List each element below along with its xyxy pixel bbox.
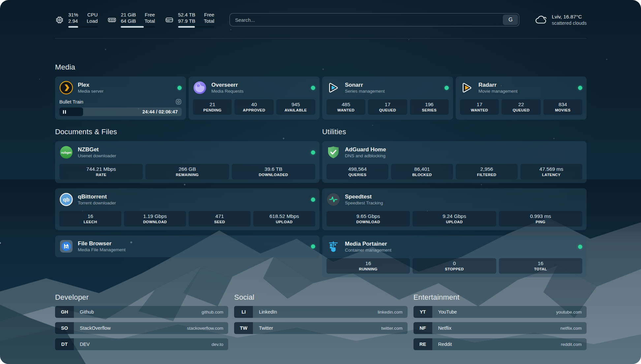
adguard-subtitle: DNS and adblocking [345,153,386,159]
utilities-column: Utilities AdGuard Home DNS and adblockin… [322,128,587,277]
portainer-status-dot [578,245,582,249]
nzbget-title: NZBGet [78,146,116,153]
weather-location-temp: Lviv, 16.87°C [552,14,587,20]
bookmark-name: LinkedIn [253,306,277,318]
stat-remaining: 266 GBREMAINING [145,164,229,179]
bookmark-url: stackoverflow.com [187,322,228,334]
cpu-progress-bar [68,26,98,28]
filebrowser-title: File Browser [78,240,126,247]
bookmark-dev[interactable]: DT DEV dev.to [55,338,228,350]
topbar-divider [55,38,587,39]
dashboard-content: 31% CPU 2.94 Load 21 GiB Free 64 GiB [0,0,641,364]
bookmark-linkedin[interactable]: LI LinkedIn linkedin.com [234,306,407,318]
bookmark-netflix[interactable]: NF Netflix netflix.com [413,322,587,334]
bookmark-name: Netflix [432,322,451,334]
search-bar[interactable]: G [229,13,520,26]
stat-seed: 471SEED [189,211,251,227]
disk-icon [165,15,174,24]
sonarr-title: Sonarr [345,81,385,88]
portainer-header: Media Portainer Container management [326,239,582,254]
service-card-qbittorrent[interactable]: qb qBittorrent Torrent downloader 16LEEC… [55,188,320,230]
stat-rate: 744.21 MbpsRATE [59,164,143,179]
sonarr-header: Sonarr Series management [326,80,449,95]
stat-pending: 21PENDING [193,99,232,115]
qbittorrent-icon: qb [59,193,73,206]
nzbget-header: nzbget NZBGet Usenet downloader [59,145,315,160]
disk-free-label: Free [204,12,214,18]
service-card-plex[interactable]: Plex Media server Bullet Train [55,76,186,120]
speedtest-title: Speedtest [345,193,383,200]
qbittorrent-subtitle: Torrent downloader [78,200,116,206]
bookmark-stackoverflow[interactable]: SO StackOverflow stackoverflow.com [55,322,228,334]
bookmark-url: linkedin.com [378,306,408,318]
bookmark-abbr: YT [413,306,432,318]
plex-header: Plex Media server [59,80,182,95]
bookmark-youtube[interactable]: YT YouTube youtube.com [413,306,587,318]
bookmark-twitter[interactable]: TW Twitter twitter.com [234,322,407,334]
qbittorrent-status-dot [311,197,315,202]
memory-icon [107,15,116,24]
overseerr-header: Overseerr Media Requests [193,80,315,95]
overseerr-title: Overseerr [211,81,244,88]
bookmark-abbr: TW [234,322,253,334]
bookmark-github[interactable]: GH Github github.com [55,306,228,318]
resource-widgets: 31% CPU 2.94 Load 21 GiB Free 64 GiB [55,12,214,28]
stat-download: 1.19 GbpsDOWNLOAD [124,211,186,227]
speedtest-stats: 9.65 GbpsDOWNLOAD 9.24 GbpsUPLOAD 0.993 … [326,211,582,227]
overseerr-icon [193,81,207,95]
disk-progress-bar [178,26,214,28]
memory-free-value: 21 GiB [121,12,136,18]
section-title-social: Social [234,293,407,302]
bookmark-url: github.com [201,306,228,318]
bookmarks-social: Social LI LinkedIn linkedin.com TW Twitt… [234,293,407,354]
memory-widget: 21 GiB Free 64 GiB Total [107,12,155,28]
speedtest-subtitle: Speedtest Tracking [345,200,383,206]
portainer-icon [326,240,340,254]
search-provider-button[interactable]: G [503,15,518,25]
nzbget-icon: nzbget [59,145,73,159]
bookmark-url: youtube.com [556,306,587,318]
service-card-portainer[interactable]: Media Portainer Container management 16R… [322,235,587,277]
bookmark-reddit[interactable]: RE Reddit reddit.com [413,338,587,350]
bookmark-abbr: DT [55,338,74,350]
stat-approved: 40APPROVED [234,99,273,115]
bookmark-abbr: RE [413,338,432,350]
radarr-title: Radarr [478,81,518,88]
overseerr-status-dot [311,86,315,90]
service-card-adguard[interactable]: AdGuard Home DNS and adblocking 498,564Q… [322,141,587,183]
bookmark-url: reddit.com [561,338,587,350]
memory-total-label: Total [144,18,155,24]
service-card-speedtest[interactable]: Speedtest Speedtest Tracking 9.65 GbpsDO… [322,188,587,230]
service-card-filebrowser[interactable]: File Browser Media File Management [55,235,320,257]
service-card-sonarr[interactable]: Sonarr Series management 485WANTED 17QUE… [322,76,453,120]
bookmark-url: netflix.com [560,322,587,334]
overseerr-stats: 21PENDING 40APPROVED 945AVAILABLE [193,99,315,115]
bookmark-name: Github [74,306,94,318]
stat-queued: 17QUEUED [368,99,407,115]
radarr-status-dot [578,86,582,90]
radarr-header: Radarr Movie management [460,80,582,95]
bookmark-name: DEV [74,338,90,350]
section-title-entertainment: Entertainment [413,293,587,302]
stat-downloaded: 39.6 TBDOWNLOADED [232,164,315,179]
filebrowser-subtitle: Media File Management [78,247,126,253]
cpu-label: CPU [87,12,98,18]
service-card-nzbget[interactable]: nzbget NZBGet Usenet downloader 744.21 M… [55,141,320,183]
playback-time: 24:44 / 02:06:47 [142,107,178,116]
adguard-stats: 498,564QUERIES 86,401BLOCKED 2,956FILTER… [326,164,582,179]
stat-wanted: 17WANTED [460,99,499,115]
qbittorrent-title: qBittorrent [78,193,116,200]
bookmark-abbr: LI [234,306,253,318]
service-card-radarr[interactable]: Radarr Movie management 17WANTED 22QUEUE… [456,76,587,120]
filebrowser-status-dot [311,244,315,249]
service-card-overseerr[interactable]: Overseerr Media Requests 21PENDING 40APP… [189,76,320,120]
bookmark-abbr: SO [55,322,74,334]
radarr-icon [460,81,474,95]
sonarr-stats: 485WANTED 17QUEUED 196SERIES [326,99,449,115]
section-title-developer: Developer [55,293,228,302]
stat-filtered: 2,956FILTERED [456,164,518,179]
search-input[interactable] [230,14,519,26]
stat-movies: 834MOVIES [543,99,582,115]
session-display-icon [175,99,182,105]
filebrowser-icon [59,239,73,253]
